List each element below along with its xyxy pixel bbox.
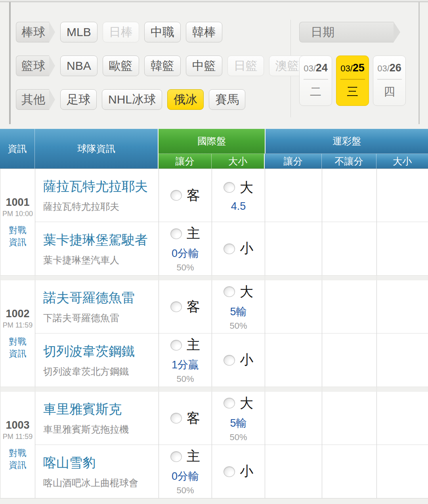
under-label: 小: [240, 462, 253, 481]
header-international-odds: 國際盤: [159, 129, 265, 153]
radio-under[interactable]: [224, 466, 235, 477]
game-separator: [0, 387, 428, 392]
away-over-cell: 大 5輸 50%: [212, 280, 265, 333]
over-under-percentage: 50%: [229, 321, 247, 331]
filter-button-khl-selected[interactable]: 俄冰: [167, 89, 204, 110]
away-team-name: 薩拉瓦特尤拉耶夫: [43, 178, 159, 195]
home-side-label: 主: [187, 447, 200, 466]
radio-away-handicap[interactable]: [170, 301, 182, 312]
over-option[interactable]: 大: [224, 178, 253, 197]
lottery-over-under-cell-empty: [377, 169, 428, 222]
away-side-label: 客: [187, 409, 200, 427]
radio-away-handicap[interactable]: [170, 413, 182, 424]
filter-button-kbl[interactable]: 韓籃: [144, 56, 181, 76]
radio-home-handicap[interactable]: [170, 451, 182, 462]
filter-button-soccer[interactable]: 足球: [60, 89, 97, 110]
matchup-info-link[interactable]: 對戰資訊: [8, 447, 28, 471]
filter-button-euro-basketball[interactable]: 歐籃: [103, 56, 139, 76]
date-day: 24: [316, 62, 328, 74]
matchup-info-link[interactable]: 對戰資訊: [8, 224, 28, 248]
filter-button-nba[interactable]: NBA: [60, 56, 97, 76]
over-option[interactable]: 大: [224, 283, 253, 301]
header-lottery-odds: 運彩盤: [265, 129, 428, 153]
date-card-divider: [377, 79, 402, 80]
game-block-1002: 1002 PM 11:59 對戰資訊 諾夫哥羅德魚雷 下諾夫哥羅德魚雷 客 大 …: [0, 280, 428, 387]
date-card-0325-selected[interactable]: 03/25 三: [336, 56, 369, 106]
away-handicap-cell: 客: [159, 392, 212, 445]
filter-button-mlb[interactable]: MLB: [60, 22, 97, 42]
under-option[interactable]: 小: [224, 351, 253, 369]
odds-table: 資訊 球隊資訊 國際盤 運彩盤 讓分 大小 讓分 不讓分 大小 1001 PM …: [0, 129, 428, 498]
date-card-divider: [340, 79, 365, 80]
game-id: 1001: [6, 196, 29, 209]
date-value: 03/26: [377, 62, 401, 74]
away-team-cell: 車里雅賓斯克 車里雅賓斯克拖拉機: [35, 392, 159, 445]
under-label: 小: [240, 240, 253, 258]
away-handicap-option[interactable]: 客: [170, 298, 200, 316]
date-weekday: 二: [310, 84, 321, 100]
date-picker: 日期 03/24 二 03/25 三 03/26: [299, 22, 406, 106]
radio-home-handicap[interactable]: [170, 340, 182, 351]
home-handicap-option[interactable]: 主: [170, 224, 200, 243]
over-under-line: 5輸: [230, 416, 246, 430]
away-side-label: 客: [187, 298, 200, 316]
header-intl-over-under: 大小: [212, 153, 265, 169]
panel-right-border: [418, 2, 420, 124]
away-handicap-option[interactable]: 客: [170, 409, 200, 427]
over-label: 大: [240, 283, 253, 301]
handicap-line: 1分贏: [172, 358, 199, 372]
filter-button-kbo[interactable]: 韓棒: [186, 22, 222, 42]
radio-over[interactable]: [224, 182, 235, 193]
filter-button-cba[interactable]: 中籃: [186, 56, 222, 76]
sport-filters: 棒球 MLB 日棒 中職 韓棒 籃球 NBA 歐籃 韓籃 中籃 日籃 澳籃 其他…: [16, 22, 306, 123]
home-handicap-option[interactable]: 主: [170, 447, 200, 466]
date-month: 03/: [340, 63, 353, 74]
under-option[interactable]: 小: [224, 240, 253, 258]
over-under-line: 5輸: [230, 305, 246, 319]
over-under-line: 4.5: [231, 200, 246, 213]
filter-row-other: 其他 足球 NHL冰球 俄冰 賽馬: [16, 89, 306, 110]
lottery-no-handicap-cell-empty: [322, 169, 377, 222]
home-handicap-cell: 主 1分贏 50%: [159, 333, 212, 387]
lottery-handicap-cell-empty: [265, 445, 322, 498]
date-card-0324[interactable]: 03/24 二: [299, 56, 332, 106]
home-under-cell: 小: [212, 445, 265, 498]
handicap-percentage: 50%: [176, 374, 194, 384]
lottery-over-under-cell-empty: [377, 392, 428, 445]
game-info-cell: 1002 PM 11:59 對戰資訊: [0, 280, 35, 387]
away-handicap-option[interactable]: 客: [170, 186, 200, 205]
away-side-label: 客: [187, 186, 200, 205]
filter-button-nhl[interactable]: NHL冰球: [102, 89, 162, 110]
matchup-info-link[interactable]: 對戰資訊: [8, 336, 28, 359]
away-handicap-cell: 客: [159, 169, 212, 222]
radio-over[interactable]: [224, 286, 235, 297]
home-team-alias: 葉卡捷琳堡汽車人: [43, 254, 159, 266]
over-option[interactable]: 大: [224, 394, 253, 412]
game-block-1003: 1003 PM 11:59 對戰資訊 車里雅賓斯克 車里雅賓斯克拖拉機 客 大 …: [0, 392, 428, 498]
away-team-alias: 車里雅賓斯克拖拉機: [43, 423, 159, 436]
radio-home-handicap[interactable]: [170, 228, 182, 239]
lottery-no-handicap-cell-empty: [322, 392, 377, 445]
filter-button-cpbl[interactable]: 中職: [144, 22, 181, 42]
lottery-over-under-cell-empty: [377, 280, 428, 333]
filter-button-horse-racing[interactable]: 賽馬: [209, 89, 245, 110]
under-option[interactable]: 小: [224, 462, 253, 481]
radio-under[interactable]: [224, 355, 235, 366]
radio-away-handicap[interactable]: [170, 190, 182, 201]
header-lottery-no-handicap: 不讓分: [322, 153, 376, 169]
away-over-cell: 大 5輸 50%: [212, 392, 265, 445]
filter-button-jp-basketball: 日籃: [227, 56, 264, 76]
home-handicap-cell: 主 0分輸 50%: [159, 222, 212, 275]
radio-under[interactable]: [224, 243, 235, 254]
handicap-line: 0分輸: [172, 469, 199, 483]
lottery-handicap-cell-empty: [265, 169, 322, 222]
date-card-0326[interactable]: 03/26 四: [373, 56, 406, 106]
home-team-name: 葉卡捷琳堡駕駛者: [43, 231, 159, 249]
away-team-name: 車里雅賓斯克: [43, 401, 159, 418]
home-handicap-option[interactable]: 主: [170, 336, 200, 354]
home-team-cell: 切列波韋茨鋼鐵 切列波韋茨北方鋼鐵: [35, 333, 159, 387]
home-side-label: 主: [187, 336, 200, 354]
home-under-cell: 小: [212, 222, 265, 275]
radio-over[interactable]: [224, 398, 235, 408]
header-lottery-over-under: 大小: [376, 153, 428, 169]
